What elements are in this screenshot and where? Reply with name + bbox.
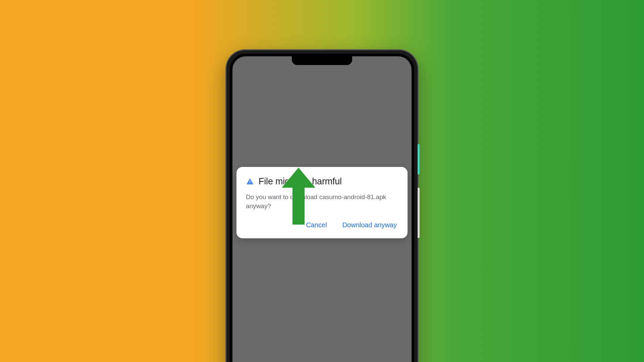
phone-screen: File might be harmful Do you want to dow… bbox=[232, 56, 412, 362]
phone-power-button bbox=[418, 144, 420, 174]
download-warning-dialog: File might be harmful Do you want to dow… bbox=[236, 167, 408, 238]
dialog-actions: Cancel Download anyway bbox=[246, 219, 398, 232]
dialog-title: File might be harmful bbox=[259, 176, 342, 187]
download-anyway-button[interactable]: Download anyway bbox=[341, 219, 398, 232]
phone-notch bbox=[292, 56, 352, 65]
phone-volume-button bbox=[418, 188, 420, 238]
phone-frame: File might be harmful Do you want to dow… bbox=[226, 50, 418, 362]
warning-triangle-icon bbox=[246, 178, 254, 186]
cancel-button[interactable]: Cancel bbox=[305, 219, 328, 232]
svg-rect-0 bbox=[250, 181, 250, 182]
dialog-message: Do you want to download casumo-android-8… bbox=[246, 193, 398, 210]
svg-rect-1 bbox=[250, 183, 250, 183]
phone-inner-bezel: File might be harmful Do you want to dow… bbox=[230, 54, 414, 362]
dialog-header: File might be harmful bbox=[246, 176, 398, 187]
